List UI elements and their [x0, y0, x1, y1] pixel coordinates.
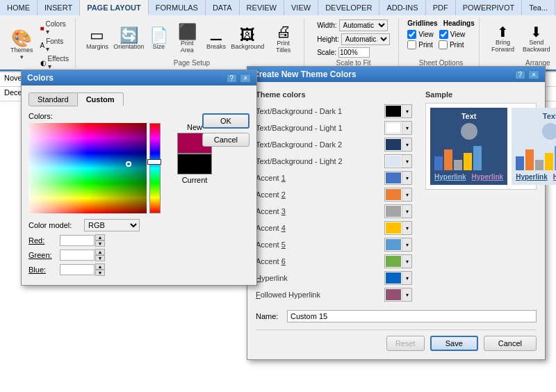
theme-close-button[interactable]: × — [528, 70, 539, 79]
theme-row-9: Accent 6 ▾ — [256, 254, 414, 268]
bar-l3 — [535, 160, 543, 170]
theme-color-btn-4[interactable]: ▾ — [384, 171, 412, 185]
theme-color-btn-10[interactable]: ▾ — [384, 271, 412, 285]
green-up[interactable]: ▲ — [95, 249, 105, 255]
effects-button[interactable]: ◐ Effects ▾ — [38, 54, 71, 71]
fonts-button[interactable]: A Fonts ▾ — [38, 37, 71, 54]
headings-view-checkbox[interactable] — [439, 30, 448, 39]
red-down[interactable]: ▼ — [95, 240, 105, 247]
theme-swatch-8 — [386, 239, 401, 250]
theme-row-8-label: Accent 5 — [256, 240, 384, 249]
cancel-theme-button[interactable]: Cancel — [484, 336, 537, 351]
colors-dialog-titlebar[interactable]: Colors ? × — [22, 70, 256, 85]
tab-addins[interactable]: ADD-INS — [379, 0, 425, 15]
tab-powerpivot[interactable]: POWERPIVOT — [456, 0, 523, 15]
tab-home[interactable]: HOME — [0, 0, 38, 15]
theme-row-10-label: Hyperlink — [256, 274, 384, 282]
tab-developer[interactable]: DEVELOPER — [318, 0, 379, 15]
scale-input[interactable] — [338, 47, 370, 58]
theme-color-btn-9[interactable]: ▾ — [384, 254, 412, 268]
sample-dark: Text Hyperlink — [430, 108, 507, 185]
ribbon: HOME INSERT PAGE LAYOUT FORMULAS DATA RE… — [0, 0, 556, 72]
theme-color-btn-8[interactable]: ▾ — [384, 238, 412, 252]
print-area-label: Print Area — [175, 40, 199, 54]
theme-dialog-titlebar[interactable]: Create New Theme Colors ? × — [247, 67, 545, 82]
cancel-colors-button[interactable]: Cancel — [202, 133, 250, 147]
bring-forward-label: BringForward — [491, 39, 514, 53]
size-icon: 📄 — [149, 28, 168, 43]
red-up[interactable]: ▲ — [95, 234, 105, 240]
breaks-button[interactable]: ⚊ Breaks — [204, 26, 229, 52]
color-picker[interactable] — [28, 123, 161, 213]
width-select[interactable]: Automatic — [339, 19, 388, 31]
green-input[interactable]: 6 — [60, 250, 95, 261]
theme-arrow-6: ▾ — [402, 205, 411, 218]
size-button[interactable]: 📄 Size — [147, 26, 170, 52]
orientation-button[interactable]: 🔄 Orientation — [112, 26, 146, 52]
help-button[interactable]: ? — [227, 74, 238, 83]
theme-row-3: Text/Background - Light 2 ▾ — [256, 154, 414, 168]
print-area-button[interactable]: ⬛ Print Area — [172, 22, 203, 56]
tab-insert[interactable]: INSERT — [38, 0, 80, 15]
theme-row-6: Accent 3 ▾ — [256, 204, 414, 218]
theme-arrow-2: ▾ — [402, 138, 411, 151]
green-down[interactable]: ▼ — [95, 255, 105, 261]
themes-button[interactable]: 🎨 Themes ▾ — [7, 28, 37, 63]
tab-pdf[interactable]: PDF — [426, 0, 456, 15]
tab-standard[interactable]: Standard — [28, 92, 78, 106]
theme-color-btn-1[interactable]: ▾ — [384, 121, 412, 135]
theme-row-2: Text/Background - Dark 2 ▾ — [256, 138, 414, 152]
breaks-label: Breaks — [206, 43, 226, 50]
theme-color-btn-3[interactable]: ▾ — [384, 154, 412, 168]
red-input[interactable]: 166 — [60, 235, 95, 246]
gridlines-view-checkbox[interactable] — [407, 30, 416, 39]
theme-help-button[interactable]: ? — [515, 70, 526, 79]
fonts-label: Fonts ▾ — [46, 38, 69, 53]
width-row: Width: Automatic — [317, 19, 387, 31]
rgb-inputs: Red: 166 ▲ ▼ Green: 6 ▲ ▼ Blue: — [28, 234, 250, 278]
theme-arrow-7: ▾ — [402, 222, 411, 234]
blue-input[interactable]: 78 — [60, 264, 95, 275]
theme-color-btn-7[interactable]: ▾ — [384, 221, 412, 235]
color-model-select[interactable]: RGB HSL — [84, 219, 140, 231]
tab-custom[interactable]: Custom — [77, 92, 124, 106]
ribbon-group-scale: Width: Automatic Height: Automatic Scale… — [309, 18, 399, 68]
colors-button[interactable]: ■ Colors ▾ — [38, 19, 71, 36]
save-button[interactable]: Save — [430, 336, 478, 351]
color-gradient-overlay — [28, 123, 147, 213]
theme-color-btn-6[interactable]: ▾ — [384, 204, 412, 218]
close-button[interactable]: × — [240, 74, 251, 83]
bar-d4 — [464, 153, 472, 170]
tab-formulas[interactable]: FORMULAS — [149, 0, 206, 15]
gridlines-print-checkbox[interactable] — [407, 40, 416, 49]
send-backward-button[interactable]: ⬇ SendBackward — [519, 23, 554, 55]
theme-color-btn-0[interactable]: ▾ — [384, 104, 412, 118]
theme-name-input[interactable] — [287, 310, 537, 322]
gridlines-print-wrap: Print — [407, 40, 433, 49]
margins-button[interactable]: ▭ Margins — [84, 26, 111, 52]
ok-button[interactable]: OK — [202, 113, 250, 129]
theme-color-btn-5[interactable]: ▾ — [384, 188, 412, 202]
send-backward-icon: ⬇ — [530, 25, 542, 39]
sample-title: Sample — [425, 90, 537, 99]
background-button[interactable]: 🖼 Background — [229, 26, 265, 52]
reset-button[interactable]: Reset — [386, 336, 425, 351]
blue-down[interactable]: ▼ — [95, 270, 105, 276]
theme-color-btn-2[interactable]: ▾ — [384, 138, 412, 152]
bring-forward-button[interactable]: ⬆ BringForward — [488, 23, 518, 55]
tab-review[interactable]: REVIEW — [240, 0, 284, 15]
tab-data[interactable]: DATA — [206, 0, 240, 15]
print-titles-button[interactable]: 🖨 Print Titles — [267, 22, 300, 56]
height-select[interactable]: Automatic — [341, 33, 390, 45]
colors-dialog-title: Colors — [27, 73, 54, 83]
theme-color-btn-11[interactable]: ▾ — [384, 288, 412, 302]
tab-more[interactable]: Tea... — [522, 0, 555, 15]
hue-slider[interactable] — [149, 123, 161, 213]
theme-row-9-label: Accent 6 — [256, 257, 384, 266]
bar-l4 — [545, 153, 553, 170]
tab-view[interactable]: VIEW — [284, 0, 318, 15]
headings-print-checkbox[interactable] — [439, 40, 448, 49]
page-setup-group-label: Page Setup — [174, 59, 210, 67]
blue-up[interactable]: ▲ — [95, 263, 105, 270]
tab-page-layout[interactable]: PAGE LAYOUT — [80, 0, 149, 15]
